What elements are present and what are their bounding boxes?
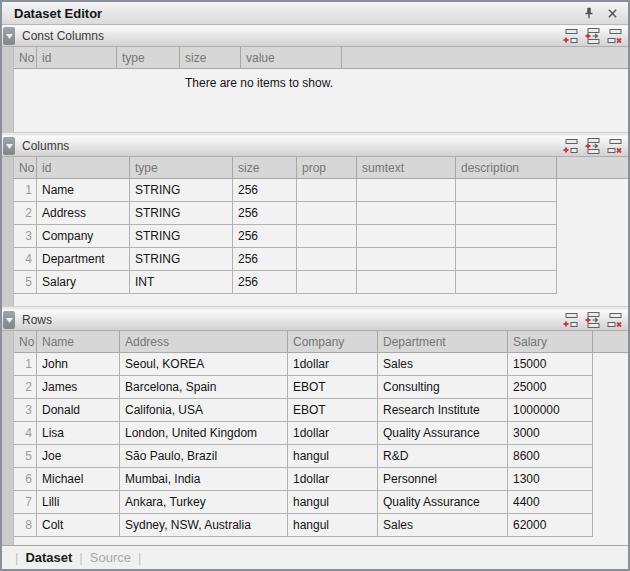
- table-cell[interactable]: 1300: [508, 468, 593, 491]
- delete-row-button[interactable]: [605, 312, 623, 328]
- table-cell[interactable]: [456, 225, 557, 248]
- column-header-type[interactable]: type: [117, 47, 180, 69]
- tab-source[interactable]: Source: [90, 550, 131, 565]
- table-row[interactable]: 3CompanySTRING256: [14, 225, 628, 248]
- add-row-button[interactable]: [561, 138, 579, 154]
- insert-row-button[interactable]: [583, 28, 601, 44]
- table-cell[interactable]: STRING: [130, 202, 233, 225]
- column-header-type[interactable]: type: [130, 157, 233, 179]
- column-header-prop[interactable]: prop: [297, 157, 357, 179]
- table-cell[interactable]: [297, 225, 357, 248]
- table-cell[interactable]: São Paulo, Brazil: [120, 445, 288, 468]
- row-number-cell[interactable]: 8: [14, 514, 37, 537]
- table-row[interactable]: 1NameSTRING256: [14, 179, 628, 202]
- add-row-button[interactable]: [561, 312, 579, 328]
- table-cell[interactable]: Donald: [37, 399, 120, 422]
- table-cell[interactable]: R&D: [378, 445, 508, 468]
- row-number-cell[interactable]: 7: [14, 491, 37, 514]
- table-cell[interactable]: Mumbai, India: [120, 468, 288, 491]
- table-cell[interactable]: [456, 248, 557, 271]
- table-cell[interactable]: Sales: [378, 514, 508, 537]
- table-cell[interactable]: 256: [233, 248, 297, 271]
- table-cell[interactable]: STRING: [130, 179, 233, 202]
- column-header-size[interactable]: size: [180, 47, 241, 69]
- collapse-section-button[interactable]: [3, 27, 15, 45]
- table-cell[interactable]: EBOT: [288, 399, 378, 422]
- table-cell[interactable]: 256: [233, 179, 297, 202]
- table-row[interactable]: 4LisaLondon, United Kingdom1dollarQualit…: [14, 422, 628, 445]
- table-row[interactable]: 5JoeSão Paulo, BrazilhangulR&D8600: [14, 445, 628, 468]
- column-header-description[interactable]: description: [456, 157, 557, 179]
- table-cell[interactable]: 3000: [508, 422, 593, 445]
- table-cell[interactable]: Salary: [37, 271, 130, 294]
- column-header-size[interactable]: size: [233, 157, 297, 179]
- row-number-cell[interactable]: 4: [14, 248, 37, 271]
- table-cell[interactable]: James: [37, 376, 120, 399]
- table-row[interactable]: 3DonaldCalifonia, USAEBOTResearch Instit…: [14, 399, 628, 422]
- table-cell[interactable]: hangul: [288, 445, 378, 468]
- table-cell[interactable]: Sydney, NSW, Australia: [120, 514, 288, 537]
- table-cell[interactable]: 256: [233, 202, 297, 225]
- row-number-cell[interactable]: 5: [14, 271, 37, 294]
- table-cell[interactable]: STRING: [130, 248, 233, 271]
- table-cell[interactable]: Colt: [37, 514, 120, 537]
- table-cell[interactable]: 62000: [508, 514, 593, 537]
- table-cell[interactable]: 256: [233, 271, 297, 294]
- table-cell[interactable]: [456, 202, 557, 225]
- insert-row-button[interactable]: [583, 138, 601, 154]
- table-cell[interactable]: Company: [37, 225, 130, 248]
- delete-row-button[interactable]: [605, 138, 623, 154]
- table-cell[interactable]: London, United Kingdom: [120, 422, 288, 445]
- table-cell[interactable]: EBOT: [288, 376, 378, 399]
- table-cell[interactable]: [357, 202, 456, 225]
- table-cell[interactable]: 1dollar: [288, 468, 378, 491]
- row-number-cell[interactable]: 1: [14, 179, 37, 202]
- row-number-cell[interactable]: 2: [14, 376, 37, 399]
- column-header-id[interactable]: id: [37, 47, 117, 69]
- table-cell[interactable]: Address: [37, 202, 130, 225]
- table-row[interactable]: 5SalaryINT256: [14, 271, 628, 294]
- table-row[interactable]: 1JohnSeoul, KOREA1dollarSales15000: [14, 353, 628, 376]
- pin-button[interactable]: [581, 5, 597, 21]
- table-cell[interactable]: [357, 271, 456, 294]
- table-cell[interactable]: [357, 179, 456, 202]
- table-cell[interactable]: 4400: [508, 491, 593, 514]
- table-cell[interactable]: 256: [233, 225, 297, 248]
- table-cell[interactable]: 1000000: [508, 399, 593, 422]
- table-cell[interactable]: 25000: [508, 376, 593, 399]
- column-header-company[interactable]: Company: [288, 331, 378, 353]
- table-cell[interactable]: Lisa: [37, 422, 120, 445]
- table-cell[interactable]: 1dollar: [288, 422, 378, 445]
- close-button[interactable]: [604, 5, 620, 21]
- column-header-name[interactable]: Name: [37, 331, 120, 353]
- column-header-value[interactable]: value: [241, 47, 342, 69]
- column-header-sumtext[interactable]: sumtext: [357, 157, 456, 179]
- table-cell[interactable]: John: [37, 353, 120, 376]
- row-number-cell[interactable]: 2: [14, 202, 37, 225]
- column-header-id[interactable]: id: [37, 157, 130, 179]
- column-header-no[interactable]: No: [14, 157, 37, 179]
- row-number-cell[interactable]: 5: [14, 445, 37, 468]
- tab-dataset[interactable]: Dataset: [25, 550, 72, 565]
- column-header-address[interactable]: Address: [120, 331, 288, 353]
- table-cell[interactable]: [357, 248, 456, 271]
- delete-row-button[interactable]: [605, 28, 623, 44]
- table-cell[interactable]: [456, 179, 557, 202]
- row-number-cell[interactable]: 3: [14, 399, 37, 422]
- table-row[interactable]: 2JamesBarcelona, SpainEBOTConsulting2500…: [14, 376, 628, 399]
- table-cell[interactable]: Quality Assurance: [378, 422, 508, 445]
- table-row[interactable]: 8ColtSydney, NSW, AustraliahangulSales62…: [14, 514, 628, 537]
- table-cell[interactable]: Department: [37, 248, 130, 271]
- table-cell[interactable]: Califonia, USA: [120, 399, 288, 422]
- table-row[interactable]: 6MichaelMumbai, India1dollarPersonnel130…: [14, 468, 628, 491]
- table-cell[interactable]: 15000: [508, 353, 593, 376]
- table-cell[interactable]: STRING: [130, 225, 233, 248]
- table-cell[interactable]: [297, 271, 357, 294]
- window-titlebar[interactable]: Dataset Editor: [2, 2, 628, 25]
- table-cell[interactable]: Lilli: [37, 491, 120, 514]
- table-cell[interactable]: [357, 225, 456, 248]
- table-cell[interactable]: Quality Assurance: [378, 491, 508, 514]
- row-number-cell[interactable]: 4: [14, 422, 37, 445]
- table-cell[interactable]: INT: [130, 271, 233, 294]
- insert-row-button[interactable]: [583, 312, 601, 328]
